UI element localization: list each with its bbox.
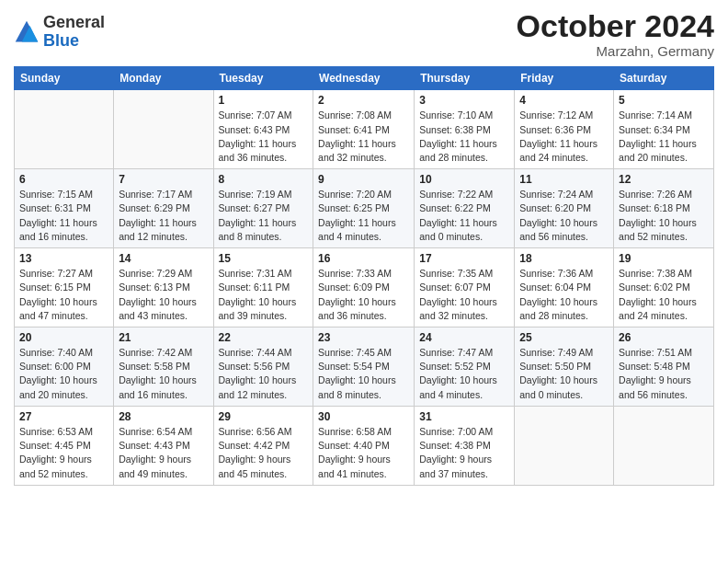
day-info: Sunrise: 7:29 AMSunset: 6:13 PMDaylight:… [119,267,208,323]
day-number: 6 [19,173,108,186]
day-cell: 7Sunrise: 7:17 AMSunset: 6:29 PMDaylight… [114,169,213,248]
day-number: 8 [219,173,309,186]
day-cell [614,406,714,485]
day-number: 22 [219,331,309,344]
col-sunday: Sunday [15,67,114,90]
day-cell: 31Sunrise: 7:00 AMSunset: 4:38 PMDayligh… [415,406,515,485]
day-number: 12 [619,173,709,186]
day-info: Sunrise: 7:47 AMSunset: 5:52 PMDaylight:… [419,346,509,402]
generalblue-icon [14,19,40,45]
day-cell: 16Sunrise: 7:33 AMSunset: 6:09 PMDayligh… [313,248,415,327]
day-cell: 1Sunrise: 7:07 AMSunset: 6:43 PMDaylight… [213,90,313,169]
day-number: 28 [119,410,208,423]
day-info: Sunrise: 6:58 AMSunset: 4:40 PMDaylight:… [318,425,409,481]
day-cell: 29Sunrise: 6:56 AMSunset: 4:42 PMDayligh… [213,406,313,485]
day-number: 9 [318,173,409,186]
day-cell: 18Sunrise: 7:36 AMSunset: 6:04 PMDayligh… [515,248,614,327]
title-block: October 2024 Marzahn, Germany [517,9,714,59]
day-number: 5 [619,94,709,107]
day-info: Sunrise: 6:56 AMSunset: 4:42 PMDaylight:… [219,425,309,481]
day-number: 1 [219,94,309,107]
day-cell: 9Sunrise: 7:20 AMSunset: 6:25 PMDaylight… [313,169,415,248]
day-info: Sunrise: 7:49 AMSunset: 5:50 PMDaylight:… [519,346,609,402]
day-info: Sunrise: 7:45 AMSunset: 5:54 PMDaylight:… [318,346,409,402]
day-number: 18 [519,252,609,265]
day-number: 10 [419,173,509,186]
logo-text: General Blue [43,14,105,51]
day-info: Sunrise: 7:26 AMSunset: 6:18 PMDaylight:… [619,188,709,244]
day-number: 16 [318,252,409,265]
day-cell [515,406,614,485]
day-info: Sunrise: 7:36 AMSunset: 6:04 PMDaylight:… [519,267,609,323]
day-cell: 11Sunrise: 7:24 AMSunset: 6:20 PMDayligh… [515,169,614,248]
day-number: 30 [318,410,409,423]
day-number: 26 [619,331,709,344]
day-number: 11 [519,173,609,186]
page: General Blue October 2024 Marzahn, Germa… [0,0,728,563]
day-info: Sunrise: 7:51 AMSunset: 5:48 PMDaylight:… [619,346,709,402]
day-cell: 10Sunrise: 7:22 AMSunset: 6:22 PMDayligh… [415,169,515,248]
day-number: 21 [119,331,208,344]
day-info: Sunrise: 7:08 AMSunset: 6:41 PMDaylight:… [318,109,409,165]
day-cell: 25Sunrise: 7:49 AMSunset: 5:50 PMDayligh… [515,327,614,407]
day-info: Sunrise: 7:19 AMSunset: 6:27 PMDaylight:… [219,188,309,244]
logo-general: General [43,14,105,32]
week-row-5: 27Sunrise: 6:53 AMSunset: 4:45 PMDayligh… [15,406,714,485]
day-number: 23 [318,331,409,344]
day-info: Sunrise: 7:10 AMSunset: 6:38 PMDaylight:… [419,109,509,165]
day-info: Sunrise: 7:14 AMSunset: 6:34 PMDaylight:… [619,109,709,165]
day-cell: 15Sunrise: 7:31 AMSunset: 6:11 PMDayligh… [213,248,313,327]
day-cell: 20Sunrise: 7:40 AMSunset: 6:00 PMDayligh… [15,327,114,407]
day-number: 15 [219,252,309,265]
day-cell: 14Sunrise: 7:29 AMSunset: 6:13 PMDayligh… [114,248,213,327]
day-cell: 24Sunrise: 7:47 AMSunset: 5:52 PMDayligh… [415,327,515,407]
day-cell: 27Sunrise: 6:53 AMSunset: 4:45 PMDayligh… [15,406,114,485]
week-row-3: 13Sunrise: 7:27 AMSunset: 6:15 PMDayligh… [15,248,714,327]
day-number: 24 [419,331,509,344]
day-cell: 21Sunrise: 7:42 AMSunset: 5:58 PMDayligh… [114,327,213,407]
day-cell: 19Sunrise: 7:38 AMSunset: 6:02 PMDayligh… [614,248,714,327]
day-number: 27 [19,410,108,423]
day-number: 25 [519,331,609,344]
day-cell [15,90,114,169]
week-row-1: 1Sunrise: 7:07 AMSunset: 6:43 PMDaylight… [15,90,714,169]
day-number: 29 [219,410,309,423]
day-cell: 12Sunrise: 7:26 AMSunset: 6:18 PMDayligh… [614,169,714,248]
day-info: Sunrise: 7:17 AMSunset: 6:29 PMDaylight:… [119,188,208,244]
day-cell: 5Sunrise: 7:14 AMSunset: 6:34 PMDaylight… [614,90,714,169]
col-saturday: Saturday [614,67,714,90]
day-info: Sunrise: 7:00 AMSunset: 4:38 PMDaylight:… [419,425,509,481]
month-title: October 2024 [517,9,714,43]
day-info: Sunrise: 6:54 AMSunset: 4:43 PMDaylight:… [119,425,208,481]
day-info: Sunrise: 7:15 AMSunset: 6:31 PMDaylight:… [19,188,108,244]
day-info: Sunrise: 7:42 AMSunset: 5:58 PMDaylight:… [119,346,208,402]
day-info: Sunrise: 7:22 AMSunset: 6:22 PMDaylight:… [419,188,509,244]
day-info: Sunrise: 7:44 AMSunset: 5:56 PMDaylight:… [219,346,309,402]
day-cell: 23Sunrise: 7:45 AMSunset: 5:54 PMDayligh… [313,327,415,407]
col-monday: Monday [114,67,213,90]
day-info: Sunrise: 7:40 AMSunset: 6:00 PMDaylight:… [19,346,108,402]
week-row-4: 20Sunrise: 7:40 AMSunset: 6:00 PMDayligh… [15,327,714,407]
day-cell: 17Sunrise: 7:35 AMSunset: 6:07 PMDayligh… [415,248,515,327]
logo-blue: Blue [43,32,105,51]
day-number: 14 [119,252,208,265]
col-tuesday: Tuesday [213,67,313,90]
day-number: 3 [419,94,509,107]
day-number: 7 [119,173,208,186]
day-number: 13 [19,252,108,265]
day-number: 31 [419,410,509,423]
day-number: 20 [19,331,108,344]
header-row: Sunday Monday Tuesday Wednesday Thursday… [15,67,714,90]
col-friday: Friday [515,67,614,90]
day-info: Sunrise: 7:07 AMSunset: 6:43 PMDaylight:… [219,109,309,165]
day-cell: 28Sunrise: 6:54 AMSunset: 4:43 PMDayligh… [114,406,213,485]
calendar-table: Sunday Monday Tuesday Wednesday Thursday… [14,66,714,485]
day-cell: 2Sunrise: 7:08 AMSunset: 6:41 PMDaylight… [313,90,415,169]
day-number: 2 [318,94,409,107]
week-row-2: 6Sunrise: 7:15 AMSunset: 6:31 PMDaylight… [15,169,714,248]
day-cell: 3Sunrise: 7:10 AMSunset: 6:38 PMDaylight… [415,90,515,169]
day-number: 17 [419,252,509,265]
day-cell: 4Sunrise: 7:12 AMSunset: 6:36 PMDaylight… [515,90,614,169]
day-number: 19 [619,252,709,265]
day-number: 4 [519,94,609,107]
